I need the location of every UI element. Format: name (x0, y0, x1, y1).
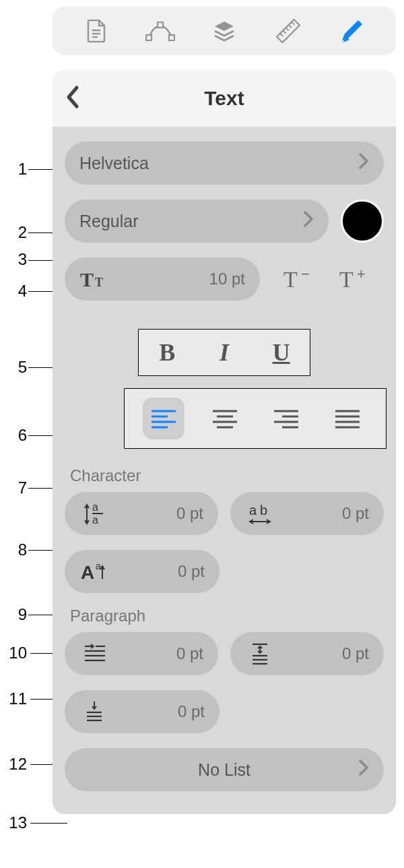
first-line-indent-icon (79, 644, 109, 664)
svg-rect-4 (169, 35, 174, 40)
chevron-right-icon (303, 210, 314, 232)
line-spacing-icon: aa (79, 501, 109, 526)
tab-ruler[interactable] (273, 16, 304, 46)
panel-title: Text (53, 87, 396, 110)
callout-label-9: 9 (0, 605, 27, 624)
svg-text:a: a (96, 561, 101, 571)
callout-label-2: 2 (0, 223, 27, 242)
list-style-button[interactable]: No List (65, 748, 384, 791)
align-justify-button[interactable] (327, 398, 368, 439)
font-size-field[interactable]: TT 10 pt (65, 257, 260, 301)
svg-rect-3 (146, 35, 152, 40)
callout-label-12: 12 (0, 755, 27, 774)
svg-text:T: T (80, 269, 94, 289)
svg-text:a: a (92, 501, 98, 513)
font-family-button[interactable]: Helvetica (65, 142, 384, 185)
panel-body: Helvetica Regular TT 10 pt (53, 127, 396, 814)
list-style-label: No List (198, 760, 250, 780)
text-color-swatch[interactable] (341, 199, 384, 243)
tab-layers[interactable] (209, 16, 240, 46)
callout-label-4: 4 (0, 282, 27, 301)
space-before-icon (245, 642, 275, 665)
tracking-field[interactable]: ab 0 pt (230, 492, 384, 535)
tab-document[interactable] (81, 16, 112, 46)
panel-header: Text (53, 70, 396, 127)
font-size-increase-button[interactable]: T+ (339, 267, 373, 291)
align-left-button[interactable] (143, 398, 184, 439)
callout-line-13 (30, 823, 67, 824)
space-after-value: 0 pt (178, 702, 205, 721)
character-section-label: Character (70, 466, 384, 485)
callout-label-11: 11 (0, 689, 27, 708)
baseline-shift-value: 0 pt (178, 562, 205, 581)
chevron-right-icon (358, 152, 369, 174)
svg-text:−: − (301, 267, 310, 282)
callout-label-8: 8 (0, 540, 27, 559)
svg-line-9 (285, 28, 288, 30)
align-right-button[interactable] (265, 398, 307, 439)
font-size-decrease-button[interactable]: T− (283, 267, 317, 291)
callout-label-5: 5 (0, 358, 27, 377)
svg-text:b: b (260, 503, 267, 518)
svg-line-11 (292, 22, 294, 25)
inspector-panel: Text Helvetica Regular TT (53, 7, 396, 814)
tracking-icon: ab (245, 501, 275, 526)
svg-rect-5 (158, 22, 163, 28)
paragraph-section-label: Paragraph (70, 607, 384, 625)
space-before-field[interactable]: 0 pt (230, 632, 384, 675)
svg-text:a: a (249, 503, 257, 518)
font-size-value: 10 pt (209, 270, 245, 288)
underline-button[interactable]: U (258, 338, 305, 367)
tracking-value: 0 pt (342, 504, 369, 523)
svg-line-7 (280, 34, 283, 36)
svg-line-10 (288, 25, 291, 28)
svg-text:a: a (92, 514, 98, 526)
space-after-icon (79, 700, 109, 723)
space-before-value: 0 pt (342, 644, 369, 663)
callout-label-7: 7 (0, 478, 27, 497)
svg-text:+: + (357, 267, 366, 282)
bold-button[interactable]: B (143, 338, 191, 367)
text-align-segmented (124, 388, 386, 449)
first-line-indent-field[interactable]: 0 pt (65, 632, 218, 675)
callout-label-6: 6 (0, 426, 27, 445)
callout-label-10: 10 (0, 644, 27, 662)
font-size-icon: TT (79, 269, 109, 289)
baseline-shift-field[interactable]: Aa 0 pt (65, 550, 220, 593)
line-spacing-value: 0 pt (176, 504, 203, 523)
font-weight-button[interactable]: Regular (65, 199, 329, 243)
chevron-right-icon (358, 759, 369, 780)
font-weight-label: Regular (79, 212, 139, 231)
line-spacing-field[interactable]: aa 0 pt (65, 492, 218, 535)
svg-text:T: T (283, 267, 298, 291)
callout-label-13: 13 (0, 813, 27, 832)
text-style-segmented: B I U (138, 329, 310, 376)
inspector-tab-bar (53, 7, 396, 55)
svg-text:T: T (339, 267, 354, 291)
space-after-field[interactable]: 0 pt (65, 690, 220, 733)
tab-appearance[interactable] (337, 16, 368, 46)
tab-path[interactable] (145, 16, 176, 46)
svg-text:T: T (95, 276, 103, 289)
italic-button[interactable]: I (201, 338, 248, 367)
back-button[interactable] (65, 85, 79, 112)
align-center-button[interactable] (204, 398, 246, 439)
callout-label-3: 3 (0, 250, 27, 269)
svg-line-8 (283, 30, 285, 33)
callout-label-1: 1 (0, 160, 27, 179)
font-family-label: Helvetica (79, 154, 149, 173)
svg-text:A: A (81, 562, 94, 583)
first-line-indent-value: 0 pt (176, 644, 203, 663)
baseline-shift-icon: Aa (79, 560, 109, 583)
